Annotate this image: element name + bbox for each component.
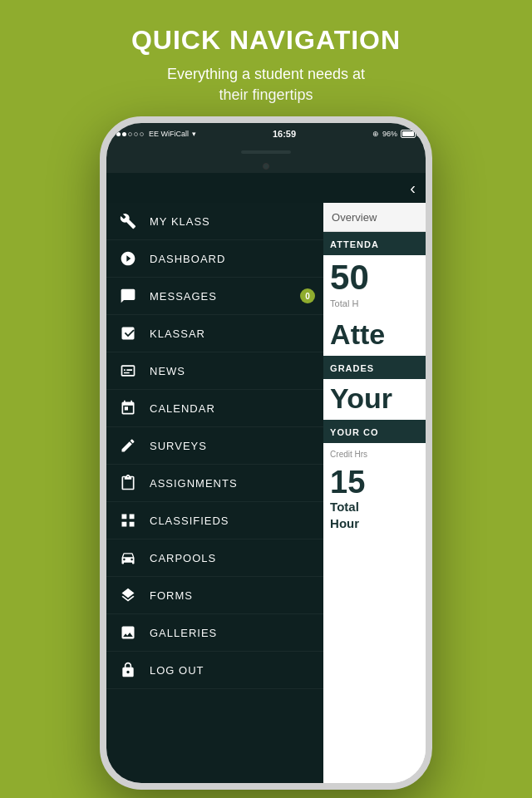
signal-dot-3 <box>128 132 132 136</box>
battery-percentage: 96% <box>382 130 397 138</box>
attendance-header: ATTENDA <box>323 232 426 255</box>
layers-icon <box>118 585 138 605</box>
status-bar: EE WiFiCall ▾ 16:59 ⊕ 96% <box>106 123 426 145</box>
small-number: 15 <box>330 465 365 500</box>
battery-icon <box>401 130 416 138</box>
wifi-icon: ▾ <box>192 130 196 138</box>
signal-strength <box>116 132 144 136</box>
total-h-label: Total H <box>323 295 426 315</box>
menu-label-classifieds: CLASSIFIEDS <box>150 515 229 527</box>
atte-text: Atte <box>330 318 385 350</box>
calendar-icon <box>118 398 138 418</box>
overview-label: Overview <box>332 211 377 224</box>
menu-item-calendar[interactable]: CALENDAR <box>106 390 323 427</box>
credit-hrs-text: Credit Hrs <box>330 450 367 459</box>
camera-row <box>106 160 426 173</box>
photo-icon <box>118 623 138 643</box>
hour-text: Hour <box>330 516 359 530</box>
menu-item-galleries[interactable]: GALLERIES <box>106 614 323 652</box>
menu-label-surveys: SURVEYS <box>150 440 207 452</box>
menu-item-my-klass[interactable]: MY KLASS <box>106 203 323 240</box>
total-text: Total <box>330 500 359 514</box>
overview-section: Overview <box>323 203 426 232</box>
menu-label-carpools: CARPOOLS <box>150 552 216 564</box>
courses-header: YOUR CO <box>323 420 426 443</box>
right-content: Overview ATTENDA 50 Total H Atte <box>323 203 426 783</box>
menu-item-dashboard[interactable]: DASHBOARD <box>106 240 323 278</box>
small-number-row: 15 <box>323 463 426 498</box>
menu-item-messages[interactable]: MESSAGES 0 <box>106 278 323 315</box>
pencil-icon <box>118 436 138 456</box>
menu-label-messages: MESSAGES <box>150 290 217 303</box>
tools-icon <box>118 211 138 231</box>
side-menu: MY KLASS DASHBOARD MESSAGES 0 KlassA <box>106 203 323 783</box>
right-panel: Overview ATTENDA 50 Total H Atte <box>323 203 426 783</box>
menu-label-klassar: KlassAR <box>150 328 205 340</box>
menu-item-logout[interactable]: LOG OUT <box>106 652 323 689</box>
total-row: Total <box>323 498 426 516</box>
menu-item-carpools[interactable]: CARPOOLS <box>106 539 323 577</box>
phone-speaker <box>106 145 426 160</box>
signal-dot-5 <box>140 132 144 136</box>
back-button[interactable]: ‹ <box>410 179 416 198</box>
menu-label-dashboard: DASHBOARD <box>150 253 225 265</box>
power-button <box>426 244 429 289</box>
messages-badge: 0 <box>300 288 315 303</box>
menu-label-assignments: ASSIGNMENTS <box>150 477 238 490</box>
chat-icon <box>118 286 138 306</box>
status-left: EE WiFiCall ▾ <box>116 130 196 138</box>
grades-title: GRADES <box>330 363 374 373</box>
page-subtitle: Everything a student needs attheir finge… <box>50 64 482 106</box>
attendance-title: ATTENDA <box>330 239 379 249</box>
signal-dot-2 <box>122 132 126 136</box>
grades-header: GRADES <box>323 356 426 379</box>
atte-row: Atte <box>323 315 426 356</box>
signal-dot-1 <box>116 132 121 136</box>
hour-row: Hour <box>323 516 426 534</box>
menu-item-classifieds[interactable]: CLASSIFIEDS <box>106 502 323 539</box>
grid-icon <box>118 510 138 530</box>
total-h-text: Total H <box>330 298 358 308</box>
menu-label-forms: FORMS <box>150 589 193 602</box>
grades-word: Your <box>323 379 426 420</box>
menu-label-logout: LOG OUT <box>150 664 204 677</box>
camera-dot <box>263 163 269 170</box>
menu-item-surveys[interactable]: SURVEYS <box>106 427 323 465</box>
speaker-bar <box>241 150 291 154</box>
grades-text: Your <box>330 382 392 414</box>
lock-icon <box>118 660 138 680</box>
courses-title: YOUR CO <box>330 427 378 437</box>
location-icon: ⊕ <box>372 130 379 138</box>
time-display: 16:59 <box>273 129 296 139</box>
menu-item-news[interactable]: NEWS <box>106 352 323 390</box>
car-icon <box>118 548 138 568</box>
attendance-number: 50 <box>323 255 426 295</box>
phone-frame: EE WiFiCall ▾ 16:59 ⊕ 96% ‹ MY <box>100 116 432 790</box>
phone-content: MY KLASS DASHBOARD MESSAGES 0 KlassA <box>106 203 426 783</box>
menu-item-klassar[interactable]: KlassAR <box>106 315 323 352</box>
menu-label-galleries: GALLERIES <box>150 627 217 639</box>
menu-label-calendar: CALENDAR <box>150 402 215 415</box>
speedometer-icon <box>118 249 138 268</box>
menu-item-forms[interactable]: FORMS <box>106 577 323 614</box>
signal-dot-4 <box>134 132 138 136</box>
attendance-big-number: 50 <box>330 258 369 297</box>
page-title: QUICK NAVIGATION <box>50 25 482 56</box>
book-scan-icon <box>118 323 138 343</box>
header-section: QUICK NAVIGATION Everything a student ne… <box>0 0 532 122</box>
status-right: ⊕ 96% <box>372 130 416 138</box>
clipboard-icon <box>118 473 138 493</box>
credit-hrs-row: Credit Hrs <box>323 443 426 463</box>
menu-label-my-klass: MY KLASS <box>150 215 210 228</box>
nav-header: ‹ <box>106 173 426 203</box>
menu-item-assignments[interactable]: ASSIGNMENTS <box>106 465 323 502</box>
menu-label-news: NEWS <box>150 365 185 377</box>
carrier-label: EE WiFiCall <box>149 130 189 138</box>
newspaper-icon <box>118 361 138 381</box>
